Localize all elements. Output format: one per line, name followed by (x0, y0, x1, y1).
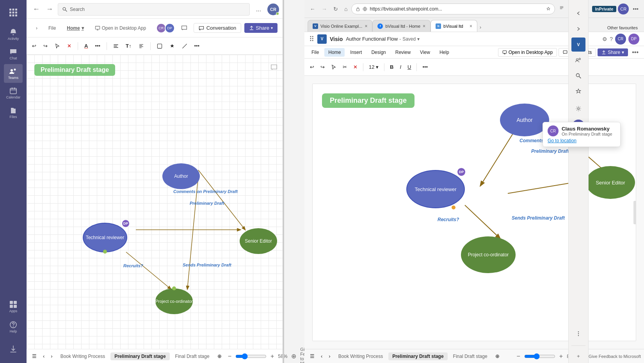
search-box[interactable]: Search (58, 3, 250, 16)
visio-feedback-link[interactable]: Give Feedback to Microsoft (589, 354, 641, 359)
side-search-button[interactable] (571, 69, 585, 83)
menu-home[interactable]: Home (324, 48, 345, 57)
side-back-button[interactable] (571, 6, 585, 20)
visio-project-coordinator-node[interactable]: Project co-ordinator (461, 236, 516, 273)
tab-bvisual-home-close[interactable]: × (423, 23, 425, 29)
menu-view[interactable]: View (416, 48, 434, 57)
url-bar[interactable]: https://bvisualnet.sharepoint.com... (351, 4, 555, 14)
visio-pointer-button[interactable] (329, 63, 339, 72)
fill-color-button[interactable] (167, 42, 177, 50)
side-teams-button[interactable] (571, 53, 585, 67)
tab-book-writing[interactable]: Book Writing Process (57, 352, 109, 360)
sidebar-item-help[interactable]: Help (4, 318, 23, 336)
share-button[interactable]: Share ▾ (244, 23, 278, 33)
visio-question-button[interactable]: ? (610, 36, 613, 42)
browser-extra-button[interactable]: ••• (630, 4, 641, 14)
canvas-comment-icon[interactable] (270, 64, 278, 72)
visio-underline-button[interactable]: U (405, 63, 413, 72)
tab-visio-online[interactable]: V Visio Online Exampl... × (308, 20, 372, 32)
tab-prelim-draft[interactable]: Preliminary Draft stage (110, 352, 169, 360)
other-favourites[interactable]: Other favourites (604, 24, 641, 32)
visio-cut-button[interactable]: ✂ (340, 63, 349, 72)
menu-design[interactable]: Design (367, 48, 390, 57)
browser-back-button[interactable]: ← (308, 4, 318, 14)
visio-sheet-menu-button[interactable]: ☰ (308, 352, 317, 361)
author-node[interactable]: Author (162, 163, 200, 189)
side-panel-handle[interactable] (633, 201, 636, 224)
sidebar-item-files[interactable]: Files (4, 103, 23, 122)
sidebar-item-activity[interactable]: Activity (4, 25, 23, 44)
undo-button[interactable]: ↩ (30, 41, 39, 50)
browser-collections-button[interactable] (557, 4, 567, 14)
browser-home-button[interactable]: ⌂ (342, 4, 350, 14)
file-menu-button[interactable]: File (45, 24, 59, 32)
back-button[interactable]: ← (31, 4, 41, 15)
text-format-button[interactable] (136, 42, 146, 50)
sidebar-item-chat[interactable]: Chat (4, 45, 23, 63)
visio-zoom-slider[interactable] (524, 353, 555, 359)
visio-waffle-button[interactable]: ⠿ (309, 35, 314, 43)
zoom-in-button[interactable]: + (268, 352, 276, 361)
canvas-background[interactable]: Preliminary Draft stage (27, 55, 284, 349)
visio-next-sheet-button[interactable]: › (326, 352, 333, 361)
menu-help[interactable]: Help (436, 48, 453, 57)
tab-forward-arrow[interactable]: › (477, 23, 484, 32)
side-zoom-plus-button[interactable]: + (571, 349, 585, 363)
visio-avatar-2[interactable]: DP (628, 34, 639, 45)
side-star-button[interactable] (571, 84, 585, 98)
visio-undo-button[interactable]: ↩ (308, 63, 317, 72)
sidebar-item-calendar[interactable]: Calendar (4, 84, 23, 102)
visio-toolbar-more[interactable]: ••• (630, 49, 641, 56)
panel-divider[interactable] (283, 0, 284, 363)
more-options-button-2[interactable]: ••• (192, 41, 202, 50)
menu-insert[interactable]: Insert (346, 48, 366, 57)
align-button[interactable] (111, 42, 121, 50)
visio-zoom-out-button[interactable]: − (514, 352, 523, 361)
visio-canvas-background[interactable]: Preliminary Draft stage (304, 76, 644, 349)
visio-senior-editor-node[interactable]: Senior Editor (586, 166, 635, 199)
pointer-tool-button[interactable] (52, 42, 62, 50)
tab-final-draft[interactable]: Final Draft stage (171, 352, 213, 360)
visio-more-button[interactable]: ••• (420, 63, 430, 72)
delete-button[interactable]: ✕ (65, 41, 74, 50)
redo-button[interactable]: ↪ (41, 41, 50, 50)
visio-italic-button[interactable]: I (397, 63, 404, 72)
side-extra-button[interactable] (571, 327, 585, 341)
shape-button[interactable] (155, 42, 165, 50)
visio-font-size-button[interactable]: 12 ▾ (366, 63, 381, 72)
fit-page-button[interactable]: ⊕ (289, 352, 299, 361)
open-desktop-app-button[interactable]: Open in Desktop App (498, 48, 557, 57)
zoom-slider[interactable] (235, 353, 267, 359)
comment-icon-button[interactable] (178, 23, 190, 33)
doc-dropdown-button[interactable]: ▾ (417, 36, 420, 42)
home-tab-button[interactable]: Home ▾ (64, 24, 87, 32)
visio-zoom-in-button[interactable]: + (557, 352, 565, 361)
next-sheet-button[interactable]: › (48, 352, 55, 361)
more-text-options-button[interactable]: ••• (93, 41, 103, 50)
visio-avatar-1[interactable]: CR (615, 34, 626, 45)
conversation-button[interactable]: Conversation (194, 23, 242, 33)
visio-prev-sheet-button[interactable]: ‹ (318, 352, 325, 361)
add-sheet-button[interactable]: ⊕ (215, 352, 224, 361)
sheet-menu-button[interactable]: ☰ (30, 352, 39, 361)
font-color-button[interactable]: A (82, 41, 90, 50)
line-button[interactable] (180, 42, 190, 50)
browser-refresh-button[interactable]: ↻ (331, 4, 340, 14)
sidebar-download[interactable] (4, 340, 23, 358)
expand-panel-button[interactable]: › (33, 24, 41, 32)
project-coordinator-node[interactable]: Project co-ordinator (155, 288, 193, 314)
visio-bold-button[interactable]: B (388, 63, 396, 72)
browser-profile-button[interactable]: CR (618, 4, 629, 14)
technical-reviewer-node[interactable]: Technical reviewer DP (83, 223, 127, 252)
sidebar-waffle[interactable] (4, 3, 23, 22)
side-settings-button[interactable] (571, 102, 585, 116)
visio-tab-prelim-draft[interactable]: Preliminary Draft stage (388, 352, 447, 360)
visio-settings-button[interactable]: ⚙ (602, 36, 607, 42)
browser-forward-button[interactable]: → (319, 4, 329, 14)
tab-bvisual-home[interactable]: f bVisual ltd - Home × (372, 20, 431, 32)
senior-editor-node[interactable]: Senior Editor (240, 228, 277, 254)
prev-sheet-button[interactable]: ‹ (41, 352, 47, 361)
text-size-button[interactable]: T↑ (123, 41, 133, 50)
open-desktop-button[interactable]: Open in Desktop App (92, 24, 149, 32)
tab-bvisual-ltd[interactable]: b bVisual ltd × (431, 20, 477, 32)
